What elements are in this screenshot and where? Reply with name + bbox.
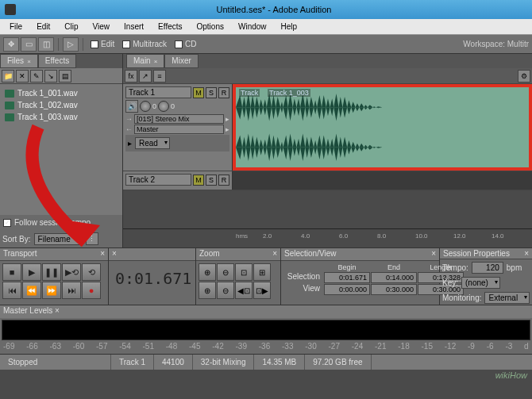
monitoring-select[interactable]: External [484, 292, 530, 304]
timeline-ruler[interactable]: hms 2.0 4.0 6.0 8.0 10.0 12.0 14.0 [123, 228, 532, 247]
main-toolbar: ✥ ▭ ◫ ▷ Edit ✓Multitrack CD Workspace: M… [0, 35, 532, 54]
mute-button[interactable]: M [193, 87, 204, 98]
zoom-sel-right[interactable]: ⊡▶ [253, 282, 271, 299]
zoom-out-h[interactable]: ⊖ [217, 263, 234, 281]
tool-scrub[interactable]: ▷ [63, 37, 79, 52]
close-icon[interactable]: × [27, 58, 31, 65]
menu-effects[interactable]: Effects [152, 21, 188, 33]
file-item[interactable]: Track 1_002.wav [3, 99, 119, 111]
selection-view-panel: Selection/View × BeginEndLength Selectio… [281, 248, 440, 305]
tool-move[interactable]: ✥ [3, 37, 19, 52]
zoom-in-h[interactable]: ⊕ [199, 263, 216, 281]
tab-main[interactable]: Main× [126, 54, 164, 68]
record-button[interactable]: ● [82, 282, 101, 299]
rewind-button[interactable]: ⏪ [22, 282, 41, 299]
track-1-lane[interactable]: Track Track 1_003 [233, 84, 532, 171]
track-name-input[interactable]: Track 1 [125, 86, 191, 98]
eq-button[interactable]: ≡ [153, 70, 166, 82]
import-button[interactable]: 📁 [2, 70, 14, 82]
zoom-full[interactable]: ⊡ [235, 263, 253, 281]
status-bit: 32-bit Mixing [193, 355, 255, 370]
zoom-sel-left[interactable]: ◀⊡ [235, 282, 253, 299]
insert-button[interactable]: ↘ [44, 70, 57, 82]
fx-button[interactable]: fx [125, 70, 137, 82]
window-title: Untitled.ses* - Adobe Audition [21, 5, 527, 14]
titlebar: Untitled.ses* - Adobe Audition [0, 0, 532, 19]
sends-button[interactable]: ↗ [139, 70, 152, 82]
track-1-header: Track 1 M S R 🔊 0 0 →[01S] Stereo Mix▸ ←… [123, 84, 233, 171]
menu-help[interactable]: Help [275, 21, 304, 33]
files-panel: Files× Effects 📁 ✕ ✎ ↘ ▤ Track 1_001.wav… [0, 54, 123, 247]
solo-button[interactable]: S [206, 87, 217, 98]
track-2-lane[interactable] [233, 171, 532, 190]
file-list: Track 1_001.wav Track 1_002.wav Track 1_… [0, 84, 122, 215]
options-button[interactable]: ▤ [59, 70, 71, 82]
menubar: File Edit Clip View Insert Effects Optio… [0, 19, 532, 35]
zoom-in-v[interactable]: ⊕ [199, 282, 216, 299]
edit-file-button[interactable]: ✎ [30, 70, 43, 82]
track-2-header: Track 2 M S R [123, 171, 233, 190]
tab-files[interactable]: Files× [0, 54, 38, 68]
play-loop-button[interactable]: ▶⟲ [62, 263, 81, 281]
automation-mode[interactable]: Read [135, 137, 170, 149]
svg-rect-0 [236, 87, 529, 167]
zoom-out-v[interactable]: ⊖ [217, 282, 234, 299]
menu-window[interactable]: Window [232, 21, 273, 33]
key-select[interactable]: (none) [461, 277, 500, 289]
menu-clip[interactable]: Clip [58, 21, 84, 33]
go-end-button[interactable]: ⏭ [62, 282, 81, 299]
zoom-sel[interactable]: ⊞ [253, 263, 271, 281]
sort-options[interactable]: ⋮ [86, 232, 98, 245]
play-button[interactable]: ▶ [22, 263, 41, 281]
status-track: Track 1 [111, 355, 154, 370]
close-file-button[interactable]: ✕ [16, 70, 29, 82]
sel-begin[interactable]: 0:01.671 [324, 272, 370, 283]
status-free: 97.20 GB free [305, 355, 371, 370]
tool-hybrid[interactable]: ◫ [38, 37, 54, 52]
tab-effects[interactable]: Effects [38, 54, 76, 68]
output-select[interactable]: Master [134, 125, 224, 134]
mode-edit[interactable]: Edit [87, 40, 118, 48]
mode-cd[interactable]: CD [172, 40, 199, 48]
track-name-input[interactable]: Track 2 [125, 174, 191, 186]
menu-view[interactable]: View [87, 21, 117, 33]
pause-button[interactable]: ❚❚ [42, 263, 61, 281]
sel-end[interactable]: 0:14.000 [371, 272, 417, 283]
track-opts[interactable]: ⚙ [518, 70, 530, 82]
status-state: Stopped [0, 355, 111, 370]
app-icon [5, 4, 16, 15]
menu-edit[interactable]: Edit [30, 21, 56, 33]
menu-options[interactable]: Options [191, 21, 230, 33]
tool-select[interactable]: ▭ [21, 37, 37, 52]
tempo-input[interactable]: 120 [472, 262, 503, 274]
audio-clip[interactable]: Track Track 1_003 [233, 84, 532, 171]
input-select[interactable]: [01S] Stereo Mix [134, 114, 224, 124]
status-size: 14.35 MB [254, 355, 305, 370]
sort-dropdown[interactable]: Filename [34, 233, 83, 245]
solo-button[interactable]: S [206, 175, 217, 186]
mute-button[interactable]: M [193, 175, 204, 186]
clip-label: Track 1_003 [268, 89, 310, 97]
tab-mixer[interactable]: Mixer [164, 54, 198, 68]
record-arm-button[interactable]: R [218, 87, 229, 98]
mode-multitrack[interactable]: ✓Multitrack [119, 40, 170, 48]
record-arm-button[interactable]: R [218, 175, 229, 186]
go-start-button[interactable]: ⏮ [2, 282, 21, 299]
forward-button[interactable]: ⏩ [42, 282, 61, 299]
follow-tempo-checkbox[interactable]: ✓Follow session tempo [0, 215, 122, 230]
master-levels-panel: Master Levels × -69-66-63-60-57-54-51-48… [0, 305, 532, 354]
menu-file[interactable]: File [3, 21, 29, 33]
file-item[interactable]: Track 1_003.wav [3, 111, 119, 123]
audio-file-icon [5, 90, 14, 98]
session-properties-panel: Session Properties × Tempo:120bpm Key:(n… [440, 248, 532, 305]
menu-insert[interactable]: Insert [118, 21, 150, 33]
stop-button[interactable]: ■ [2, 263, 21, 281]
file-item[interactable]: Track 1_001.wav [3, 87, 119, 99]
loop-button[interactable]: ⟲ [82, 263, 101, 281]
pan-knob[interactable] [158, 101, 169, 112]
view-end[interactable]: 0:30.000 [371, 284, 417, 295]
audio-file-icon [5, 113, 14, 121]
workspace-selector[interactable]: Workspace: Multitr [463, 40, 529, 48]
view-begin[interactable]: 0:00.000 [324, 284, 370, 295]
volume-knob[interactable] [140, 101, 151, 112]
